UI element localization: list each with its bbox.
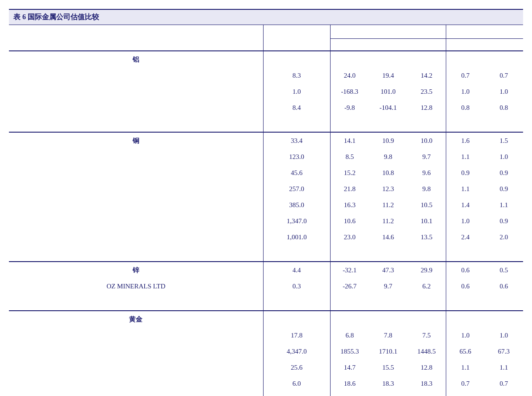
pb-cell: 0.6 xyxy=(446,262,485,278)
pb-cell: 1.0 xyxy=(446,213,485,229)
header-pe-1 xyxy=(330,39,369,51)
valuation-table: 铝8.324.019.414.20.70.71.0-168.3101.023.5… xyxy=(9,25,523,396)
price-cell: 1.0 xyxy=(263,83,330,100)
pe-cell: 13.5 xyxy=(369,392,407,396)
section-label: 黄金 xyxy=(9,311,263,327)
pb-cell: 1.4 xyxy=(446,197,485,213)
pe-cell: 9.6 xyxy=(407,165,446,181)
pb-cell: 1.5 xyxy=(485,132,523,149)
pb-cell: 0.9 xyxy=(485,181,523,197)
header-pe-group xyxy=(330,25,446,39)
pe-cell: 101.0 xyxy=(369,83,407,100)
pe-cell: 9.8 xyxy=(369,149,407,165)
pe-cell: 9.8 xyxy=(407,181,446,197)
pb-cell: 0.9 xyxy=(485,213,523,229)
pe-cell: 15.5 xyxy=(369,359,407,375)
pe-cell: 8.5 xyxy=(330,149,369,165)
pe-cell: 6.8 xyxy=(330,327,369,343)
pe-cell: 7.8 xyxy=(369,327,407,343)
pe-cell: -26.7 xyxy=(330,278,369,294)
pb-cell: 1.1 xyxy=(446,359,485,375)
pe-cell: 1448.5 xyxy=(407,343,446,359)
company-name xyxy=(9,213,263,229)
pe-cell: 7.5 xyxy=(407,327,446,343)
pe-cell: 12.3 xyxy=(369,181,407,197)
header-pb-2 xyxy=(485,39,523,51)
price-cell: 17.8 xyxy=(263,327,330,343)
pe-cell: 19.4 xyxy=(369,67,407,83)
price-cell: 4,347.0 xyxy=(263,343,330,359)
company-name xyxy=(9,375,263,392)
header-pb-group xyxy=(446,25,523,39)
price-cell: 33.4 xyxy=(263,132,330,149)
pb-cell: 67.3 xyxy=(485,343,523,359)
company-name xyxy=(9,343,263,359)
pe-cell: 10.1 xyxy=(407,213,446,229)
pe-cell: 1710.1 xyxy=(369,343,407,359)
pb-cell: 1.1 xyxy=(446,149,485,165)
company-name xyxy=(9,100,263,116)
pe-cell: 18.3 xyxy=(407,375,446,392)
company-name xyxy=(9,229,263,245)
section-label: 锌 xyxy=(9,262,263,278)
pb-cell: 1.1 xyxy=(485,359,523,375)
pe-cell: -104.1 xyxy=(369,100,407,116)
pe-cell: 11.2 xyxy=(369,197,407,213)
price-cell: 4.4 xyxy=(263,262,330,278)
pe-cell: 13.5 xyxy=(407,229,446,245)
pe-cell: 9.7 xyxy=(407,149,446,165)
company-name: OZ MINERALS LTD xyxy=(9,278,263,294)
pb-cell: 0.9 xyxy=(485,165,523,181)
pe-cell: 12.8 xyxy=(407,359,446,375)
company-name xyxy=(9,181,263,197)
pe-cell: 11.5 xyxy=(407,392,446,396)
pe-cell: 9.7 xyxy=(369,278,407,294)
pe-cell: 14.7 xyxy=(330,359,369,375)
pe-cell: 47.3 xyxy=(369,262,407,278)
pb-cell: 1.0 xyxy=(446,83,485,100)
pe-cell: 24.0 xyxy=(330,67,369,83)
price-cell: 1,001.0 xyxy=(263,229,330,245)
header-name xyxy=(9,25,263,51)
pb-cell: 0.5 xyxy=(446,392,485,396)
company-name xyxy=(9,67,263,83)
price-cell: 385.0 xyxy=(263,197,330,213)
pe-cell: 29.9 xyxy=(407,262,446,278)
pb-cell: 2.4 xyxy=(446,229,485,245)
pe-cell: 18.3 xyxy=(369,375,407,392)
pe-cell: -32.1 xyxy=(330,262,369,278)
company-name xyxy=(9,165,263,181)
pe-cell: 11.2 xyxy=(369,213,407,229)
price-cell: 6.0 xyxy=(263,375,330,392)
pb-cell: 1.0 xyxy=(485,149,523,165)
price-cell: 257.0 xyxy=(263,181,330,197)
pe-cell: 23.0 xyxy=(330,229,369,245)
company-name xyxy=(9,197,263,213)
pb-cell: 1.0 xyxy=(485,327,523,343)
company-name xyxy=(9,327,263,343)
pe-cell: -9.8 xyxy=(330,100,369,116)
pe-cell: 14.2 xyxy=(330,392,369,396)
pe-cell: 6.2 xyxy=(407,278,446,294)
price-cell: 45.6 xyxy=(263,165,330,181)
price-cell: 25.6 xyxy=(263,359,330,375)
company-name xyxy=(9,149,263,165)
pb-cell: 0.7 xyxy=(485,375,523,392)
price-cell: 123.0 xyxy=(263,149,330,165)
header-pb-1 xyxy=(446,39,485,51)
company-name xyxy=(9,359,263,375)
price-cell: 8.4 xyxy=(263,100,330,116)
pe-cell: 14.2 xyxy=(407,67,446,83)
pe-cell: 10.6 xyxy=(330,213,369,229)
pe-cell: 10.5 xyxy=(407,197,446,213)
pb-cell: 0.5 xyxy=(485,392,523,396)
price-cell: 1,347.0 xyxy=(263,213,330,229)
pe-cell: -168.3 xyxy=(330,83,369,100)
pe-cell: 23.5 xyxy=(407,83,446,100)
pb-cell: 1.0 xyxy=(446,327,485,343)
pb-cell: 1.1 xyxy=(446,181,485,197)
pe-cell: 21.8 xyxy=(330,181,369,197)
pe-cell: 12.8 xyxy=(407,100,446,116)
pb-cell: 0.5 xyxy=(485,262,523,278)
pe-cell: 10.0 xyxy=(407,132,446,149)
